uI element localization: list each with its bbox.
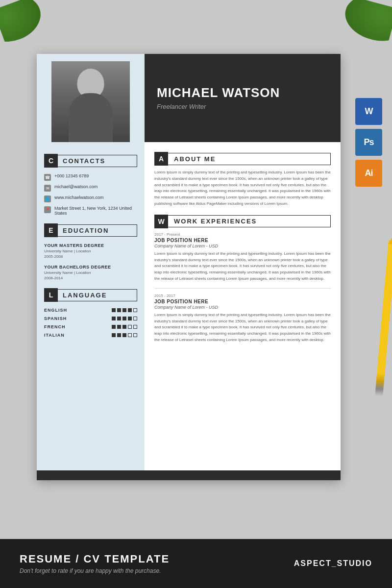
edu-item-bachelors: YOUR BACHELORS DEGREE University Name | … xyxy=(44,265,137,280)
language-item: SPANISH xyxy=(44,316,137,321)
bachelors-university: University Name | Location xyxy=(44,270,137,275)
work-item: 2015 - 2017 JOB POSITION HERE Company Na… xyxy=(154,294,331,343)
language-letter: L xyxy=(44,288,58,302)
education-title: EDUCATION xyxy=(58,224,137,237)
illustrator-icon: Ai xyxy=(355,160,382,187)
photoshop-icon: Ps xyxy=(355,129,382,156)
pencil-decoration xyxy=(375,240,392,397)
work-item: 2017 - Present JOB POSITION HERE Company… xyxy=(154,232,331,282)
side-icons: W Ps Ai xyxy=(355,98,382,187)
contacts-title: CONTACTS xyxy=(58,155,137,167)
about-letter: A xyxy=(154,152,168,166)
leaf-top-right xyxy=(328,0,392,56)
contacts-section-header: C CONTACTS xyxy=(44,154,137,168)
education-section-header: E EDUCATION xyxy=(44,223,137,237)
address-value: Market Street 1, New York, 1234 United S… xyxy=(54,206,137,216)
bottom-footer: RESUME / CV TEMPLATE Don't forget to rat… xyxy=(0,539,392,588)
about-section: A ABOUT ME Lorem Ipsum is simply dummy t… xyxy=(154,152,331,207)
language-section-header: L LANGUAGE xyxy=(44,288,137,302)
background: MICHAEL WATSON Freelancer Writer C CONTA… xyxy=(0,0,392,588)
resume-header: MICHAEL WATSON Freelancer Writer xyxy=(37,54,341,142)
language-item: ENGLISH xyxy=(44,308,137,313)
work-section: W WORK EXPERIENCES 2017 - Present JOB PO… xyxy=(154,215,331,343)
person-name: MICHAEL WATSON xyxy=(157,86,328,100)
work-title: WORK EXPERIENCES xyxy=(168,215,331,227)
language-items: ENGLISHSPANISHFRENCHITALIAN xyxy=(44,308,137,338)
phone-value: +000 12345 6789 xyxy=(54,173,89,178)
photo-area xyxy=(51,61,130,142)
masters-degree: YOUR MASTERS DEGREE xyxy=(44,243,137,248)
resume-card: MICHAEL WATSON Freelancer Writer C CONTA… xyxy=(37,54,341,480)
website-value: www.michaelwatson.com xyxy=(54,195,104,200)
header-name-area: MICHAEL WATSON Freelancer Writer xyxy=(145,54,341,142)
phone-icon: ☎ xyxy=(44,174,51,181)
language-item: FRENCH xyxy=(44,324,137,329)
about-title: ABOUT ME xyxy=(168,153,331,165)
profile-photo xyxy=(51,61,130,142)
bachelors-years: 2008-2014 xyxy=(44,276,137,280)
work-header: W WORK EXPERIENCES xyxy=(154,215,331,228)
resume-footer-bar xyxy=(37,470,341,480)
leaf-top-left xyxy=(0,0,56,56)
bachelors-degree: YOUR BACHELORS DEGREE xyxy=(44,265,137,270)
right-column: A ABOUT ME Lorem Ipsum is simply dummy t… xyxy=(145,142,341,470)
left-sidebar-header xyxy=(37,54,145,142)
education-letter: E xyxy=(44,223,58,237)
contact-address: 📍 Market Street 1, New York, 1234 United… xyxy=(44,206,137,216)
edu-item-masters: YOUR MASTERS DEGREE University Name | Lo… xyxy=(44,243,137,259)
contact-website: 🌐 www.michaelwatson.com xyxy=(44,195,137,202)
word-icon: W xyxy=(355,98,382,125)
language-item: ITALIAN xyxy=(44,333,137,338)
left-column: C CONTACTS ☎ +000 12345 6789 ✉ michael@w… xyxy=(37,142,145,470)
masters-years: 2005-2008 xyxy=(44,254,137,259)
web-icon: 🌐 xyxy=(44,196,51,202)
work-items: 2017 - Present JOB POSITION HERE Company… xyxy=(154,232,331,343)
footer-left: RESUME / CV TEMPLATE Don't forget to rat… xyxy=(20,553,170,574)
email-icon: ✉ xyxy=(44,185,51,192)
language-title: LANGUAGE xyxy=(58,289,137,301)
about-header: A ABOUT ME xyxy=(154,152,331,166)
footer-subtitle: Don't forget to rate if you are happy wi… xyxy=(20,567,170,574)
resume-body: C CONTACTS ☎ +000 12345 6789 ✉ michael@w… xyxy=(37,142,341,470)
footer-brand: ASPECT_STUDIO xyxy=(294,559,372,568)
person-title: Freelancer Writer xyxy=(157,103,328,110)
contacts-letter: C xyxy=(44,154,58,168)
work-letter: W xyxy=(154,215,168,228)
contact-email: ✉ michael@watson.com xyxy=(44,184,137,192)
masters-university: University Name | Location xyxy=(44,249,137,253)
footer-title: RESUME / CV TEMPLATE xyxy=(20,553,170,565)
location-icon: 📍 xyxy=(44,206,51,213)
about-text: Lorem Ipsum is simply dummy text of the … xyxy=(154,170,331,207)
contact-phone: ☎ +000 12345 6789 xyxy=(44,173,137,181)
email-value: michael@watson.com xyxy=(54,184,98,189)
